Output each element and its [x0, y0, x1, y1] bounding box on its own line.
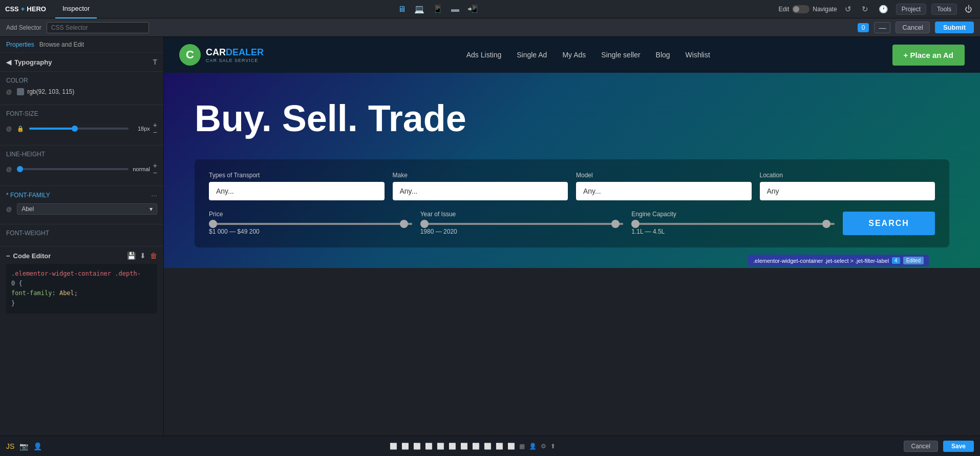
font-size-at: @	[6, 126, 12, 132]
code-value-text: Abel	[59, 289, 74, 297]
bottom-square-8[interactable]: ⬜	[472, 443, 480, 450]
engine-range-values: 1.1L — 4.5L	[631, 228, 835, 235]
location-label: Location	[760, 172, 935, 179]
year-thumb-right[interactable]	[611, 220, 620, 228]
css-selector-input[interactable]	[47, 22, 149, 33]
year-label: Year of Issue	[420, 211, 624, 218]
font-family-label: * Font-Family	[6, 192, 50, 199]
bottom-square-7[interactable]: ⬜	[460, 443, 468, 450]
search-button[interactable]: SEARCH	[843, 212, 935, 235]
color-section: Color @ rgb(92, 103, 115)	[0, 72, 163, 105]
undo-button[interactable]: ↺	[842, 4, 854, 15]
nav-blog[interactable]: Blog	[656, 51, 670, 59]
bottom-save-button[interactable]: Save	[943, 441, 974, 452]
location-select[interactable]: Any	[760, 182, 935, 200]
logo-plus: +	[21, 5, 25, 13]
edit-navigate-switch[interactable]	[792, 5, 809, 13]
nav-single-seller[interactable]: Single seller	[601, 51, 640, 59]
search-form: Types of Transport Any... Make Any...	[195, 159, 949, 247]
properties-link[interactable]: Properties	[6, 41, 34, 48]
nav-my-ads[interactable]: My Ads	[562, 51, 586, 59]
make-select[interactable]: Any...	[393, 182, 568, 200]
bottom-left: JS 📷 👤	[6, 442, 42, 450]
line-height-label: Line-Height	[6, 151, 157, 158]
js-icon[interactable]: JS	[6, 442, 14, 450]
typography-text: Typography	[14, 58, 52, 66]
logo-circle: C	[179, 44, 201, 66]
line-height-slider[interactable]	[17, 168, 129, 170]
bottom-gear-icon[interactable]: ⚙	[541, 443, 546, 450]
place-ad-button[interactable]: + Place an Ad	[892, 45, 965, 66]
code-line-1: .elementor-widget-container .depth-	[11, 269, 152, 279]
price-range-track[interactable]	[209, 223, 412, 225]
code-bracket-close: }	[11, 300, 15, 307]
search-row-2: Price $1 000 — $49 200 Year of Issue	[209, 211, 935, 235]
bottom-square-1[interactable]: ⬜	[390, 443, 397, 450]
power-button[interactable]: ⏻	[962, 4, 975, 14]
make-label: Make	[393, 172, 568, 179]
dash-button[interactable]: —	[874, 22, 890, 33]
logo-sub: CAR SALE SERVICE	[206, 58, 264, 63]
font-size-slider[interactable]	[29, 128, 129, 130]
font-family-dots-menu[interactable]: ···	[151, 191, 157, 199]
bottom-square-2[interactable]: ⬜	[401, 443, 409, 450]
inspector-tab[interactable]: Inspector	[55, 0, 97, 18]
brand-second: DEALER	[226, 47, 264, 57]
bottom-square-9[interactable]: ⬜	[484, 443, 492, 450]
year-range-values: 1980 — 2020	[420, 228, 624, 235]
model-select[interactable]: Any...	[576, 182, 752, 200]
bottom-square-6[interactable]: ⬜	[449, 443, 456, 450]
price-thumb-right[interactable]	[400, 220, 408, 228]
history-button[interactable]: 🕐	[876, 4, 891, 15]
font-size-row: @ 🔒 18px + −	[6, 121, 157, 136]
bottom-square-10[interactable]: ⬜	[496, 443, 503, 450]
bottom-square-4[interactable]: ⬜	[425, 443, 433, 450]
main-layout: Properties Browse and Edit ◀ Typography …	[0, 37, 980, 436]
engine-thumb-left[interactable]	[631, 220, 640, 228]
video-icon[interactable]: 📷	[19, 442, 28, 450]
cancel-button[interactable]: Cancel	[896, 22, 929, 33]
nav-wishlist[interactable]: Wishlist	[686, 51, 710, 59]
bottom-cancel-button[interactable]: Cancel	[904, 441, 938, 452]
transport-select[interactable]: Any...	[209, 182, 385, 200]
redo-button[interactable]: ↻	[859, 4, 871, 15]
project-button[interactable]: Project	[896, 4, 926, 15]
tablet-landscape-icon[interactable]: ▬	[451, 5, 459, 14]
mobile-icon[interactable]: 📲	[467, 4, 478, 14]
location-field: Location Any	[760, 172, 935, 200]
bottom-square-3[interactable]: ⬜	[413, 443, 421, 450]
submit-button[interactable]: Submit	[935, 22, 974, 33]
desktop-icon[interactable]: 🖥	[398, 5, 406, 14]
code-area[interactable]: .elementor-widget-container .depth- 0 { …	[6, 264, 157, 314]
bottom-square-11[interactable]: ⬜	[507, 443, 515, 450]
nav-single-ad[interactable]: Single Ad	[517, 51, 547, 59]
bottom-square-5[interactable]: ⬜	[437, 443, 444, 450]
person-icon[interactable]: 👤	[33, 442, 42, 450]
year-range-track[interactable]	[420, 223, 624, 225]
engine-thumb-right[interactable]	[822, 220, 830, 228]
line-height-plus[interactable]: +	[153, 162, 157, 169]
code-download-icon[interactable]: ⬇	[140, 252, 146, 260]
tablet-icon[interactable]: 📱	[433, 4, 443, 14]
laptop-icon[interactable]: 💻	[414, 4, 424, 14]
code-save-icon[interactable]: 💾	[127, 252, 136, 260]
bottom-person-icon[interactable]: 👤	[529, 443, 537, 450]
code-delete-icon[interactable]: 🗑	[150, 252, 157, 260]
nav-ads-listing[interactable]: Ads Listing	[466, 51, 501, 59]
font-size-section: Font-Size @ 🔒 18px + −	[0, 105, 163, 146]
price-label: Price	[209, 211, 412, 218]
year-thumb-left[interactable]	[420, 220, 429, 228]
browse-edit-link[interactable]: Browse and Edit	[39, 41, 84, 48]
tools-button[interactable]: Tools	[931, 4, 957, 15]
font-size-plus[interactable]: +	[153, 121, 157, 129]
bottom-grid-icon[interactable]: ▦	[519, 443, 525, 450]
add-selector-bar: Add Selector 0 — Cancel Submit	[0, 18, 980, 37]
font-family-select[interactable]: Abel ▾	[17, 203, 157, 215]
font-size-minus[interactable]: −	[153, 129, 157, 136]
site-nav: C CARDEALER CAR SALE SERVICE Ads Listing…	[164, 37, 980, 73]
color-swatch[interactable]	[17, 88, 24, 95]
price-thumb-left[interactable]	[209, 220, 217, 228]
line-height-minus[interactable]: −	[153, 169, 157, 176]
engine-range-track[interactable]	[631, 223, 835, 225]
bottom-upload-icon[interactable]: ⬆	[550, 443, 556, 450]
